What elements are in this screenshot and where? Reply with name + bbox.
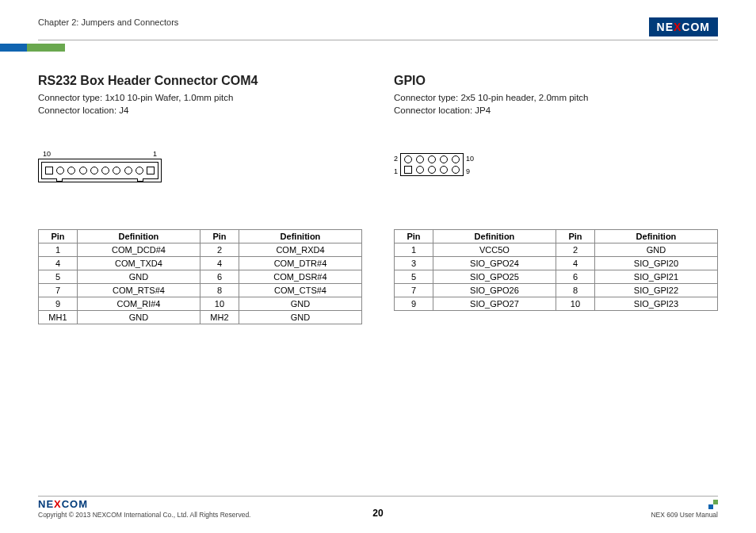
table-row: 7SIO_GPO268SIO_GPI22 bbox=[395, 284, 718, 297]
pin-icon bbox=[124, 167, 132, 174]
pin-icon bbox=[79, 167, 87, 174]
pin-label-9: 9 bbox=[466, 167, 470, 175]
pin-label-10: 10 bbox=[466, 155, 474, 163]
gpio-pin-table: Pin Definition Pin Definition 1VCC5O2GND… bbox=[394, 229, 718, 311]
col-pin: Pin bbox=[39, 230, 78, 243]
notch-icon bbox=[56, 178, 63, 182]
gpio-title: GPIO bbox=[394, 74, 718, 88]
pin-icon bbox=[67, 167, 75, 174]
table-row: 5GND6COM_DSR#4 bbox=[39, 270, 362, 284]
col-pin: Pin bbox=[200, 230, 239, 243]
pin-icon bbox=[440, 166, 448, 174]
brand-post: COM bbox=[682, 21, 710, 33]
chapter-label: Chapter 2: Jumpers and Connectors bbox=[38, 17, 178, 27]
pin-icon bbox=[90, 167, 98, 174]
notch-icon bbox=[137, 178, 143, 182]
tab-green bbox=[27, 44, 65, 52]
gpio-type: Connector type: 2x5 10-pin header, 2.0mm… bbox=[394, 91, 718, 104]
rs232-location: Connector location: J4 bbox=[38, 104, 362, 117]
pin-icon bbox=[440, 155, 448, 163]
pin-icon bbox=[136, 167, 143, 174]
table-row: 9SIO_GPO2710SIO_GPI23 bbox=[395, 297, 718, 311]
gpio-location: Connector location: JP4 bbox=[394, 104, 718, 117]
pin-icon bbox=[56, 167, 64, 174]
pin-icon bbox=[452, 166, 460, 174]
pin-icon bbox=[45, 167, 53, 174]
pin-icon bbox=[404, 166, 412, 174]
rs232-title: RS232 Box Header Connector COM4 bbox=[38, 74, 362, 88]
col-def: Definition bbox=[594, 230, 717, 243]
pin-icon bbox=[452, 155, 460, 163]
brand-x: X bbox=[674, 21, 682, 33]
section-rs232: RS232 Box Header Connector COM4 Connecto… bbox=[38, 74, 362, 324]
table-row: 4COM_TXD44COM_DTR#4 bbox=[39, 257, 362, 270]
pin-icon bbox=[101, 167, 109, 174]
pin-label-2: 2 bbox=[394, 155, 398, 163]
table-row: 1COM_DCD#42COM_RXD4 bbox=[39, 243, 362, 257]
tab-marks bbox=[0, 44, 718, 52]
col-def: Definition bbox=[433, 230, 556, 243]
table-row: 1VCC5O2GND bbox=[395, 243, 718, 257]
pin-label-1: 1 bbox=[153, 150, 157, 158]
table-row: 7COM_RTS#48COM_CTS#4 bbox=[39, 284, 362, 297]
rs232-pin-table: Pin Definition Pin Definition 1COM_DCD#4… bbox=[38, 229, 362, 324]
pin-icon bbox=[416, 166, 424, 174]
pin-icon bbox=[404, 155, 412, 163]
rs232-type: Connector type: 1x10 10-pin Wafer, 1.0mm… bbox=[38, 91, 362, 104]
pin-icon bbox=[428, 166, 436, 174]
corner-mark-icon bbox=[708, 500, 718, 509]
col-def: Definition bbox=[239, 230, 361, 243]
header-rule bbox=[38, 40, 718, 40]
pin-icon bbox=[147, 167, 155, 174]
table-row: 5SIO_GPO256SIO_GPI21 bbox=[395, 270, 718, 284]
table-row: 3SIO_GPO244SIO_GPI20 bbox=[395, 257, 718, 270]
gpio-connector-diagram: 2 1 bbox=[394, 153, 474, 176]
rs232-connector-diagram: 10 1 bbox=[38, 150, 162, 182]
pin-icon bbox=[416, 155, 424, 163]
brand-pre: NE bbox=[657, 21, 674, 33]
section-gpio: GPIO Connector type: 2x5 10-pin header, … bbox=[394, 74, 718, 324]
pin-label-10: 10 bbox=[43, 150, 51, 158]
pin-label-1: 1 bbox=[394, 167, 398, 175]
col-pin: Pin bbox=[556, 230, 594, 243]
pin-icon bbox=[113, 167, 120, 174]
table-row: 9COM_RI#410GND bbox=[39, 297, 362, 311]
page-footer: NEXCOM Copyright © 2013 NEXCOM Internati… bbox=[38, 496, 718, 519]
table-row: MH1GNDMH2GND bbox=[39, 311, 362, 324]
tab-blue bbox=[0, 44, 27, 52]
col-pin: Pin bbox=[395, 230, 433, 243]
brand-logo: NEXCOM bbox=[649, 17, 718, 36]
page-number: 20 bbox=[38, 508, 718, 519]
col-def: Definition bbox=[77, 230, 200, 243]
pin-icon bbox=[428, 155, 436, 163]
